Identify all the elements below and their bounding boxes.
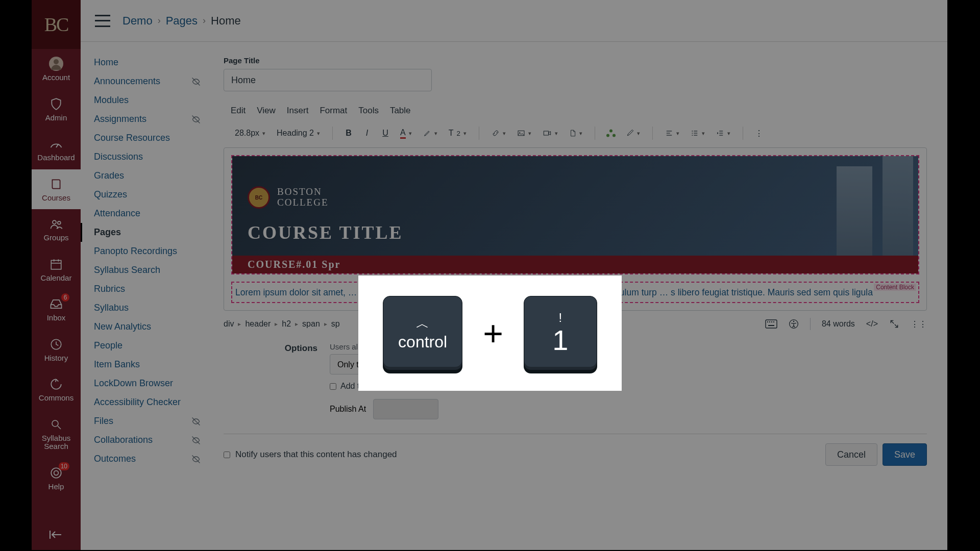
key-1-shift-label: ! [559,312,562,324]
key-1: ! 1 [524,296,597,370]
control-caret-icon: ︿ [416,315,429,333]
key-control-label: control [398,333,447,352]
key-1-label: 1 [552,326,568,355]
plus-icon: + [483,313,503,353]
keyboard-shortcut-overlay: ︿ control + ! 1 [358,276,622,391]
key-control: ︿ control [383,296,462,370]
